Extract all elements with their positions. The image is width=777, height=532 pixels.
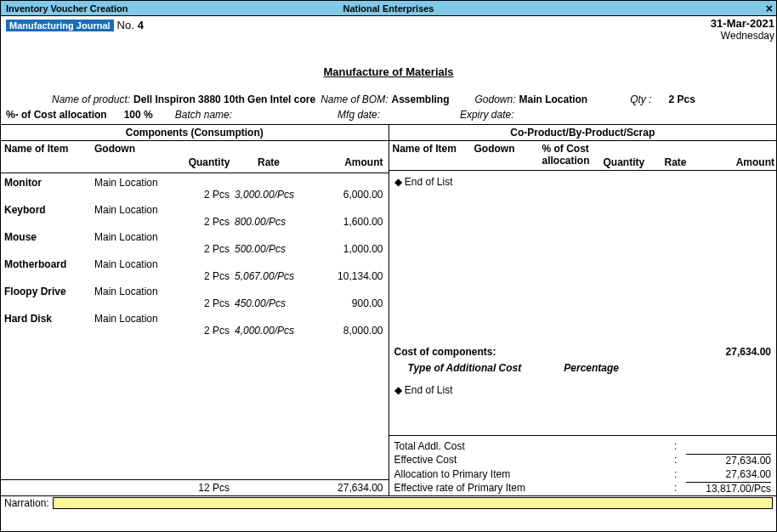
effective-cost-row: Effective Cost : 27,634.00 xyxy=(394,453,772,467)
effective-rate-row: Effective rate of Primary Item : 13,817.… xyxy=(394,481,772,495)
voucher-no-label: No. xyxy=(117,19,134,31)
effective-rate-label: Effective rate of Primary Item xyxy=(394,482,675,495)
col2-amount: Amount xyxy=(697,143,777,168)
components-total-row: 12 Pcs 27,634.00 xyxy=(1,479,388,495)
col-godown: Godown xyxy=(94,143,184,155)
title-bar: Inventory Voucher Creation National Ente… xyxy=(1,1,776,16)
item-qty: 2 Pcs xyxy=(184,297,235,309)
expiry-label: Expiry date: xyxy=(460,109,513,121)
effective-cost-value: 27,634.00 xyxy=(686,454,771,467)
effective-cost-label: Effective Cost xyxy=(394,454,675,467)
batch-label: Batch name: xyxy=(175,109,232,121)
godown-name[interactable]: Main Location xyxy=(519,93,588,105)
total-addl-value xyxy=(686,440,771,452)
col-amount: Amount xyxy=(303,143,388,168)
item-godown: Main Location xyxy=(94,282,184,297)
bom-label: Name of BOM: xyxy=(320,93,388,105)
component-row[interactable]: MouseMain Location xyxy=(1,228,388,243)
item-amount: 8,000.00 xyxy=(303,325,388,337)
component-values-row: 2 Pcs500.00/Pcs1,000.00 xyxy=(1,243,388,255)
columns-container: Components (Consumption) Name of Item Go… xyxy=(1,125,776,495)
cost-components-value: 27,634.00 xyxy=(686,346,771,358)
item-rate: 3,000.00/Pcs xyxy=(235,189,303,201)
product-name-label: Name of product: xyxy=(52,93,130,105)
narration-row: Narration: xyxy=(1,495,776,510)
component-row[interactable]: Hard DiskMain Location xyxy=(1,309,388,325)
item-amount: 6,000.00 xyxy=(303,189,388,201)
cost-alloc-value[interactable]: 100 % xyxy=(124,109,153,121)
component-values-row: 2 Pcs5,067.00/Pcs10,134.00 xyxy=(1,270,388,282)
component-row[interactable]: KeybordMain Location xyxy=(1,201,388,216)
cost-of-components-block: Cost of components: 27,634.00 Type of Ad… xyxy=(389,342,777,436)
addl-cost-type-label: Type of Additional Cost xyxy=(408,362,522,374)
addl-cost-pct-label: Percentage xyxy=(564,362,619,374)
item-amount: 10,134.00 xyxy=(303,270,388,282)
component-row[interactable]: MonitorMain Location xyxy=(1,173,388,189)
qty-label: Qty : xyxy=(630,93,651,105)
page-title: Manufacture of Materials xyxy=(1,65,776,78)
components-header: Components (Consumption) xyxy=(1,125,388,141)
item-name: Floopy Drive xyxy=(1,282,94,297)
end-of-list-1: ◆ End of List xyxy=(389,171,777,188)
col2-qty: Quantity xyxy=(604,143,655,168)
totals-block: Total Addl. Cost : Effective Cost : 27,6… xyxy=(389,436,777,495)
company-name: National Enterprises xyxy=(343,3,434,14)
coproduct-header: Co-Product/By-Product/Scrap xyxy=(389,125,777,141)
mfg-label: Mfg date: xyxy=(337,109,380,121)
item-godown: Main Location xyxy=(94,173,184,189)
item-rate: 800.00/Pcs xyxy=(235,216,303,228)
narration-input[interactable] xyxy=(53,497,773,509)
cost-alloc-label: %- of Cost allocation xyxy=(6,109,107,121)
item-qty: 2 Pcs xyxy=(184,243,235,255)
col2-pct: % of Cost allocation xyxy=(542,143,604,167)
product-name[interactable]: Dell Inspiron 3880 10th Gen Intel core xyxy=(133,93,315,105)
coproduct-item-list: ◆ End of List xyxy=(389,171,777,342)
total-qty: 12 Pcs xyxy=(184,482,235,494)
item-qty: 2 Pcs xyxy=(184,325,235,337)
item-rate: 450.00/Pcs xyxy=(235,297,303,309)
godown-label: Godown: xyxy=(475,93,516,105)
item-name: Hard Disk xyxy=(1,309,94,325)
bom-name[interactable]: Assembling xyxy=(391,93,449,105)
components-subheader: Name of Item Godown Quantity Rate Amount xyxy=(1,141,388,173)
batch-value[interactable] xyxy=(235,109,286,121)
coproduct-column: Co-Product/By-Product/Scrap Name of Item… xyxy=(388,125,777,495)
effective-rate-value: 13,817.00/Pcs xyxy=(686,482,771,495)
component-values-row: 2 Pcs4,000.00/Pcs8,000.00 xyxy=(1,325,388,337)
component-row[interactable]: MotherboardMain Location xyxy=(1,255,388,270)
end-of-list-2: ◆ End of List xyxy=(394,377,772,435)
narration-label: Narration: xyxy=(4,497,49,509)
voucher-day: Wednesday xyxy=(1,30,774,42)
item-amount: 1,000.00 xyxy=(303,243,388,255)
item-qty: 2 Pcs xyxy=(184,189,235,201)
col2-name-of-item: Name of Item xyxy=(389,143,474,155)
qty-value[interactable]: 2 Pcs xyxy=(669,93,695,105)
cost-components-label: Cost of components: xyxy=(394,346,541,358)
close-icon[interactable]: × xyxy=(766,2,776,15)
col-name-of-item: Name of Item xyxy=(1,143,94,155)
col2-rate: Rate xyxy=(655,143,697,168)
components-column: Components (Consumption) Name of Item Go… xyxy=(1,125,388,495)
allocation-primary-value: 27,634.00 xyxy=(686,468,771,480)
allocation-row: %- of Cost allocation 100 % Batch name: … xyxy=(1,107,776,125)
item-rate: 5,067.00/Pcs xyxy=(235,270,303,282)
component-values-row: 2 Pcs3,000.00/Pcs6,000.00 xyxy=(1,189,388,201)
total-amount: 27,634.00 xyxy=(303,482,388,494)
voucher-no-value[interactable]: 4 xyxy=(138,19,144,31)
item-qty: 2 Pcs xyxy=(184,216,235,228)
item-qty: 2 Pcs xyxy=(184,270,235,282)
item-rate: 500.00/Pcs xyxy=(235,243,303,255)
components-item-list: MonitorMain Location2 Pcs3,000.00/Pcs6,0… xyxy=(1,173,388,479)
item-godown: Main Location xyxy=(94,309,184,325)
component-values-row: 2 Pcs450.00/Pcs900.00 xyxy=(1,297,388,309)
screen-title: Inventory Voucher Creation xyxy=(1,3,128,14)
item-amount: 1,600.00 xyxy=(303,216,388,228)
component-row[interactable]: Floopy DriveMain Location xyxy=(1,282,388,297)
coproduct-subheader: Name of Item Godown % of Cost allocation… xyxy=(389,141,777,171)
mfg-value[interactable] xyxy=(383,109,434,121)
item-amount: 900.00 xyxy=(303,297,388,309)
voucher-type-tag[interactable]: Manufacturing Journal xyxy=(6,20,114,31)
item-rate: 4,000.00/Pcs xyxy=(235,325,303,337)
product-row: Name of product: Dell Inspiron 3880 10th… xyxy=(1,90,776,107)
item-name: Keybord xyxy=(1,201,94,216)
